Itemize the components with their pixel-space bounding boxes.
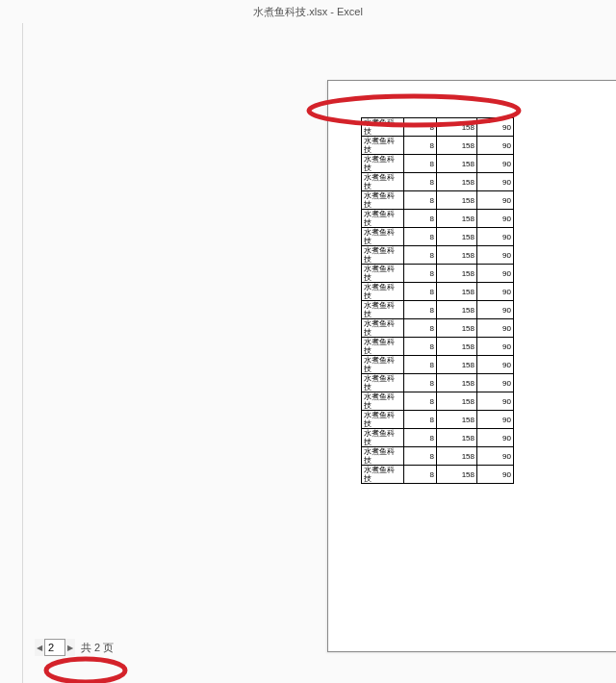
table-cell: 水煮鱼科技	[362, 411, 404, 429]
table-cell: 8	[404, 210, 437, 228]
table-cell: 158	[437, 338, 477, 356]
table-cell: 158	[437, 374, 477, 392]
table-cell: 8	[404, 319, 437, 338]
title-bar: 水煮鱼科技.xlsx - Excel	[0, 0, 616, 23]
table-row: 水煮鱼科技815890	[362, 210, 514, 228]
table-cell: 8	[404, 374, 437, 392]
left-rail	[0, 23, 23, 683]
table-row: 水煮鱼科技815890	[362, 319, 514, 338]
table-cell: 158	[437, 246, 477, 265]
table-row: 水煮鱼科技815890	[362, 392, 514, 411]
table-cell: 90	[477, 392, 514, 411]
preview-page: 水煮鱼科技815890水煮鱼科技815890水煮鱼科技815890水煮鱼科技81…	[327, 80, 616, 652]
table-row: 水煮鱼科技815890	[362, 228, 514, 246]
table-cell: 158	[437, 447, 477, 466]
table-row: 水煮鱼科技815890	[362, 283, 514, 301]
table-cell: 158	[437, 228, 477, 246]
table-row: 水煮鱼科技815890	[362, 191, 514, 210]
table-cell: 水煮鱼科技	[362, 118, 404, 137]
table-row: 水煮鱼科技815890	[362, 118, 514, 137]
chevron-left-icon: ◀	[37, 644, 42, 652]
table-cell: 158	[437, 466, 477, 484]
table-cell: 90	[477, 228, 514, 246]
chevron-right-icon: ▶	[67, 644, 73, 652]
table-cell: 90	[477, 283, 514, 301]
table-cell: 90	[477, 319, 514, 338]
table-row: 水煮鱼科技815890	[362, 466, 514, 484]
table-cell: 158	[437, 155, 477, 173]
table-cell: 158	[437, 429, 477, 447]
table-cell: 水煮鱼科技	[362, 429, 404, 447]
table-row: 水煮鱼科技815890	[362, 338, 514, 356]
total-pages-label: 共 2 页	[81, 641, 114, 655]
table-cell: 90	[477, 301, 514, 319]
table-row: 水煮鱼科技815890	[362, 301, 514, 319]
window-title: 水煮鱼科技.xlsx - Excel	[253, 5, 363, 19]
table-cell: 水煮鱼科技	[362, 246, 404, 265]
table-cell: 158	[437, 319, 477, 338]
table-cell: 90	[477, 191, 514, 210]
table-row: 水煮鱼科技815890	[362, 411, 514, 429]
table-cell: 水煮鱼科技	[362, 319, 404, 338]
table-cell: 90	[477, 411, 514, 429]
table-cell: 水煮鱼科技	[362, 283, 404, 301]
table-cell: 水煮鱼科技	[362, 265, 404, 283]
table-cell: 158	[437, 392, 477, 411]
next-page-button[interactable]: ▶	[65, 639, 75, 656]
table-cell: 水煮鱼科技	[362, 466, 404, 484]
table-cell: 158	[437, 356, 477, 374]
table-cell: 90	[477, 338, 514, 356]
table-cell: 8	[404, 191, 437, 210]
table-cell: 8	[404, 301, 437, 319]
table-cell: 8	[404, 246, 437, 265]
table-cell: 90	[477, 374, 514, 392]
table-row: 水煮鱼科技815890	[362, 173, 514, 191]
prev-page-button[interactable]: ◀	[35, 639, 44, 656]
table-cell: 90	[477, 265, 514, 283]
table-cell: 158	[437, 210, 477, 228]
table-cell: 8	[404, 137, 437, 155]
table-cell: 8	[404, 356, 437, 374]
table-cell: 90	[477, 429, 514, 447]
table-cell: 90	[477, 466, 514, 484]
current-page-input[interactable]	[44, 639, 65, 656]
table-cell: 8	[404, 155, 437, 173]
table-cell: 水煮鱼科技	[362, 447, 404, 466]
table-cell: 158	[437, 137, 477, 155]
table-cell: 90	[477, 246, 514, 265]
table-cell: 水煮鱼科技	[362, 155, 404, 173]
table-cell: 8	[404, 228, 437, 246]
table-cell: 8	[404, 392, 437, 411]
page-navigator: ◀ ▶ 共 2 页	[35, 639, 114, 656]
table-cell: 158	[437, 265, 477, 283]
table-cell: 158	[437, 283, 477, 301]
table-cell: 8	[404, 429, 437, 447]
table-row: 水煮鱼科技815890	[362, 155, 514, 173]
print-preview-area[interactable]: 水煮鱼科技815890水煮鱼科技815890水煮鱼科技815890水煮鱼科技81…	[23, 23, 616, 683]
table-cell: 水煮鱼科技	[362, 338, 404, 356]
table-cell: 90	[477, 155, 514, 173]
table-row: 水煮鱼科技815890	[362, 447, 514, 466]
table-cell: 水煮鱼科技	[362, 191, 404, 210]
table-cell: 90	[477, 137, 514, 155]
table-cell: 90	[477, 356, 514, 374]
table-cell: 90	[477, 118, 514, 137]
table-cell: 8	[404, 283, 437, 301]
table-cell: 158	[437, 191, 477, 210]
table-cell: 8	[404, 411, 437, 429]
table-cell: 158	[437, 118, 477, 137]
table-cell: 水煮鱼科技	[362, 356, 404, 374]
table-cell: 水煮鱼科技	[362, 228, 404, 246]
table-cell: 90	[477, 447, 514, 466]
sheet-table: 水煮鱼科技815890水煮鱼科技815890水煮鱼科技815890水煮鱼科技81…	[361, 117, 514, 484]
table-cell: 8	[404, 447, 437, 466]
table-cell: 水煮鱼科技	[362, 137, 404, 155]
table-cell: 158	[437, 411, 477, 429]
table-cell: 水煮鱼科技	[362, 301, 404, 319]
table-cell: 8	[404, 265, 437, 283]
table-cell: 水煮鱼科技	[362, 374, 404, 392]
table-cell: 水煮鱼科技	[362, 210, 404, 228]
table-cell: 90	[477, 173, 514, 191]
table-cell: 158	[437, 173, 477, 191]
table-row: 水煮鱼科技815890	[362, 246, 514, 265]
